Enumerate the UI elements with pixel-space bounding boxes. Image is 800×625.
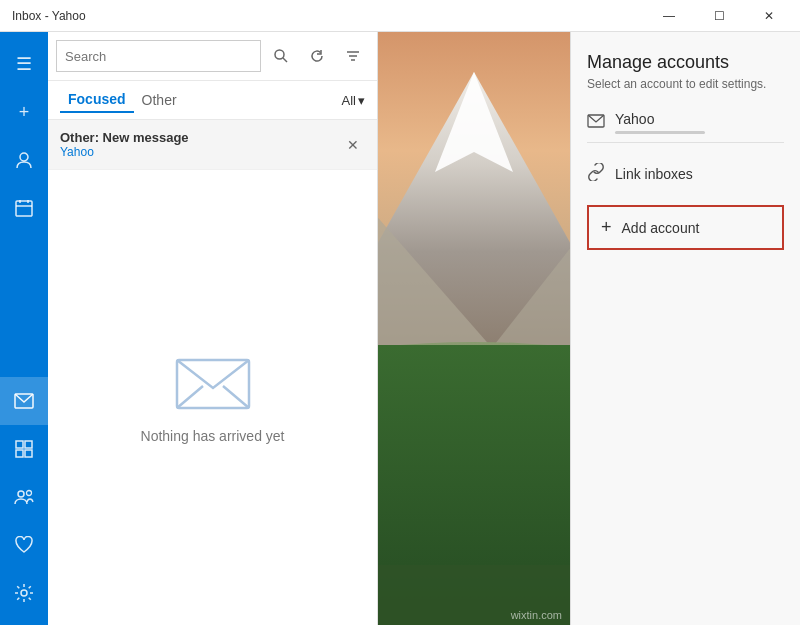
svg-rect-6 [25,450,32,457]
sidebar-contacts2[interactable] [0,473,48,521]
svg-point-17 [378,342,570,462]
sidebar: ☰ + [0,32,48,625]
tab-focused[interactable]: Focused [60,87,134,113]
main-window: Inbox - Yahoo — ☐ ✕ ☰ + [0,0,800,625]
main-content: wixtin.com [378,32,570,625]
search-input[interactable] [56,40,261,72]
svg-point-10 [275,50,284,59]
link-inboxes-icon [587,163,605,185]
sidebar-heart[interactable] [0,521,48,569]
link-inboxes-label: Link inboxes [615,166,693,182]
sidebar-grid[interactable] [0,425,48,473]
close-button[interactable]: ✕ [746,0,792,32]
manage-title: Manage accounts [587,52,784,73]
filter-chevron-icon: ▾ [358,93,365,108]
filter-button[interactable] [337,40,369,72]
empty-text: Nothing has arrived yet [141,428,285,444]
mail-panel: Focused Other All ▾ Other: New message Y… [48,32,378,625]
svg-rect-3 [16,441,23,448]
svg-rect-1 [16,201,32,216]
svg-rect-5 [16,450,23,457]
window-controls: — ☐ ✕ [646,0,792,32]
sidebar-hamburger[interactable]: ☰ [0,40,48,88]
add-account-button[interactable]: + Add account [587,205,784,250]
manage-panel: Manage accounts Select an account to edi… [570,32,800,625]
message-item[interactable]: Other: New message Yahoo ✕ [48,120,377,170]
watermark: wixtin.com [511,609,562,621]
sidebar-settings[interactable] [0,569,48,617]
empty-state: Nothing has arrived yet [48,170,377,625]
mountain-svg [378,32,570,625]
app-body: ☰ + [0,32,800,625]
account-bar [615,131,705,134]
svg-point-0 [20,153,28,161]
svg-rect-4 [25,441,32,448]
message-close-button[interactable]: ✕ [341,133,365,157]
tab-bar: Focused Other All ▾ [48,81,377,120]
message-account: Yahoo [60,145,333,159]
empty-envelope-icon [173,352,253,412]
mountain-background: wixtin.com [378,32,570,625]
account-name: Yahoo [615,111,705,127]
tab-filter[interactable]: All ▾ [342,93,365,108]
link-inboxes-item[interactable]: Link inboxes [587,155,784,193]
maximize-button[interactable]: ☐ [696,0,742,32]
account-details: Yahoo [615,111,705,134]
message-content: Other: New message Yahoo [60,130,333,159]
manage-subtitle: Select an account to edit settings. [587,77,784,91]
filter-label: All [342,93,356,108]
account-item-yahoo[interactable]: Yahoo [587,103,784,143]
sidebar-mail[interactable] [0,377,48,425]
sidebar-calendar[interactable] [0,184,48,232]
title-bar: Inbox - Yahoo — ☐ ✕ [0,0,800,32]
minimize-button[interactable]: — [646,0,692,32]
sidebar-people[interactable] [0,136,48,184]
add-account-icon: + [601,217,612,238]
sidebar-compose[interactable]: + [0,88,48,136]
svg-point-7 [18,491,24,497]
search-bar [48,32,377,81]
search-button[interactable] [265,40,297,72]
refresh-button[interactable] [301,40,333,72]
tab-other[interactable]: Other [134,88,185,112]
window-title: Inbox - Yahoo [12,9,86,23]
message-from: Other: New message [60,130,333,145]
add-account-label: Add account [622,220,700,236]
svg-point-9 [21,590,27,596]
svg-point-8 [27,491,32,496]
mail-account-icon [587,114,605,132]
